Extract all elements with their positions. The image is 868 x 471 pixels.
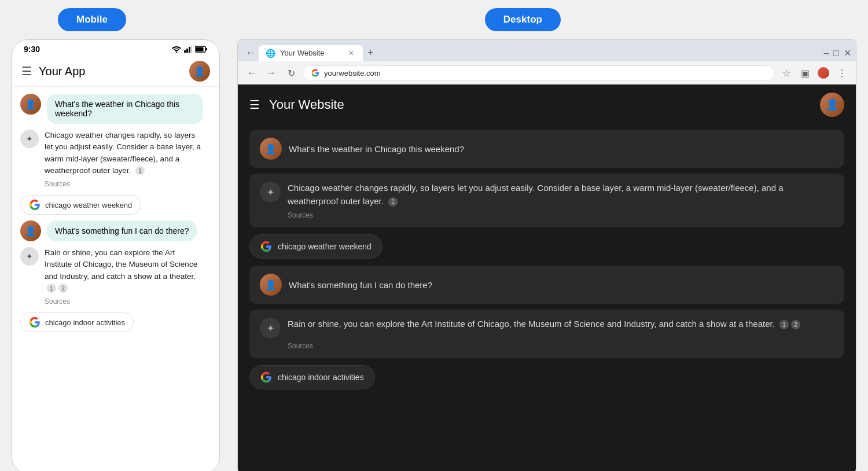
desktop-button[interactable]: Desktop bbox=[485, 8, 561, 31]
mobile-user-avatar[interactable]: 👤 bbox=[189, 61, 210, 82]
mobile-search-row-2: chicago indoor activities bbox=[20, 312, 211, 332]
desktop-user-message-2: 👤 What's something fun I can do there? bbox=[249, 266, 844, 304]
google-logo-1 bbox=[29, 199, 41, 211]
desktop-browser-frame: ← 🌐 Your Website ✕ + – □ ✕ ← bbox=[237, 39, 856, 471]
mode-selector: Mobile Desktop bbox=[0, 0, 868, 39]
mobile-ai-message-2: ✦ Rain or shine, you can explore the Art… bbox=[20, 247, 211, 307]
desktop-ai-icon-1: ✦ bbox=[260, 182, 281, 203]
menu-dots-button[interactable]: ⋮ bbox=[834, 65, 850, 81]
desktop-user-text-1: What's the weather in Chicago this weeke… bbox=[289, 144, 464, 154]
mobile-phone-frame: 9:30 bbox=[12, 39, 220, 471]
desktop-content-area: ☰ Your Website 👤 👤 What's the weather in… bbox=[238, 84, 856, 471]
desktop-user-avatar-1: 👤 bbox=[260, 138, 282, 160]
source-badge-2b: 2 bbox=[58, 284, 68, 293]
status-time: 9:30 bbox=[24, 45, 40, 54]
mobile-google-pill-1[interactable]: chicago weather weekend bbox=[20, 195, 141, 215]
mobile-search-query-1: chicago weather weekend bbox=[45, 201, 132, 209]
google-logo-2 bbox=[29, 317, 41, 328]
desktop-user-avatar[interactable]: 👤 bbox=[820, 93, 844, 117]
desktop-ai-icon-2: ✦ bbox=[260, 318, 281, 338]
mobile-user-avatar-2: 👤 bbox=[20, 220, 41, 241]
tab-close-button[interactable]: ✕ bbox=[347, 49, 356, 58]
sources-label-2: Sources bbox=[45, 296, 201, 307]
status-bar: 9:30 bbox=[12, 40, 219, 56]
mobile-search-query-2: chicago indoor activities bbox=[45, 318, 125, 327]
desktop-google-pill-2[interactable]: chicago indoor activities bbox=[249, 365, 375, 389]
wifi-icon bbox=[172, 46, 181, 53]
browser-back-button[interactable]: ← bbox=[242, 45, 259, 61]
mobile-user-message-2: 👤 What's something fun I can do there? bbox=[20, 220, 211, 241]
source-badge-1: 1 bbox=[135, 166, 145, 175]
desktop-source-badge-2a: 1 bbox=[779, 320, 789, 329]
svg-rect-2 bbox=[186, 49, 188, 53]
mobile-menu-icon[interactable]: ☰ bbox=[21, 64, 32, 78]
nav-forward-button[interactable]: → bbox=[263, 65, 279, 81]
mobile-user-bubble-1: What's the weather in Chicago this weeke… bbox=[47, 94, 203, 124]
desktop-google-pill-1[interactable]: chicago weather weekend bbox=[249, 234, 382, 259]
signal-icon bbox=[184, 46, 192, 53]
browser-actions: ☆ ▣ ⋮ bbox=[778, 65, 850, 81]
window-controls: – □ ✕ bbox=[823, 47, 851, 58]
mobile-user-bubble-2: What's something fun I can do there? bbox=[47, 220, 197, 241]
minimize-button[interactable]: – bbox=[823, 48, 829, 58]
mobile-button[interactable]: Mobile bbox=[58, 8, 126, 31]
close-window-button[interactable]: ✕ bbox=[844, 47, 851, 58]
profile-button[interactable] bbox=[815, 65, 832, 81]
mobile-user-avatar-1: 👤 bbox=[20, 94, 41, 115]
desktop-sources-1: Sources bbox=[260, 211, 834, 219]
desktop-site-title: Your Website bbox=[269, 97, 811, 112]
nav-refresh-button[interactable]: ↻ bbox=[283, 65, 299, 81]
svg-rect-3 bbox=[189, 47, 190, 53]
desktop-sources-2: Sources bbox=[260, 342, 834, 350]
tab-title: Your Website bbox=[280, 49, 325, 57]
desktop-menu-icon[interactable]: ☰ bbox=[249, 98, 260, 112]
mobile-ai-bubble-2: Rain or shine, you can explore the Art I… bbox=[45, 247, 201, 307]
desktop-ai-text-1: Chicago weather changes rapidly, so laye… bbox=[288, 182, 834, 208]
address-bar[interactable]: yourwebsite.com bbox=[303, 65, 775, 81]
desktop-site-header: ☰ Your Website 👤 bbox=[238, 84, 856, 125]
browser-tab-row: ← 🌐 Your Website ✕ + – □ ✕ bbox=[238, 40, 856, 61]
svg-rect-1 bbox=[184, 50, 186, 53]
main-layout: 9:30 bbox=[0, 39, 868, 471]
maximize-button[interactable]: □ bbox=[833, 48, 839, 58]
status-icons bbox=[172, 46, 208, 53]
bookmark-button[interactable]: ☆ bbox=[778, 65, 795, 81]
mobile-google-pill-2[interactable]: chicago indoor activities bbox=[20, 312, 134, 332]
new-tab-button[interactable]: + bbox=[363, 45, 378, 61]
svg-rect-4 bbox=[191, 46, 192, 53]
nav-back-button[interactable]: ← bbox=[244, 65, 260, 81]
extension-button[interactable]: ▣ bbox=[797, 65, 813, 81]
desktop-ai-message-1: ✦ Chicago weather changes rapidly, so la… bbox=[249, 174, 844, 227]
desktop-user-message-1: 👤 What's the weather in Chicago this wee… bbox=[249, 130, 844, 168]
desktop-ai-message-2: ✦ Rain or shine, you can explore the Art… bbox=[249, 310, 844, 358]
desktop-source-badge-1: 1 bbox=[388, 197, 398, 207]
desktop-search-query-1: chicago weather weekend bbox=[278, 242, 372, 251]
desktop-search-query-2: chicago indoor activities bbox=[278, 373, 364, 382]
google-favicon-address bbox=[311, 69, 319, 77]
mobile-ai-message-1: ✦ Chicago weather changes rapidly, so la… bbox=[20, 130, 211, 189]
desktop-source-badge-2b: 2 bbox=[791, 320, 800, 329]
svg-point-0 bbox=[176, 51, 177, 53]
phone-app-header: ☰ Your App 👤 bbox=[12, 56, 219, 87]
desktop-user-text-2: What's something fun I can do there? bbox=[289, 280, 432, 290]
mobile-chat-area[interactable]: 👤 What's the weather in Chicago this wee… bbox=[12, 87, 219, 471]
battery-icon bbox=[195, 46, 208, 53]
svg-rect-6 bbox=[206, 48, 208, 50]
desktop-ai-top-1: ✦ Chicago weather changes rapidly, so la… bbox=[260, 182, 834, 208]
desktop-google-logo-2 bbox=[260, 371, 272, 383]
mobile-ai-icon-2: ✦ bbox=[20, 247, 39, 266]
mobile-ai-bubble-1: Chicago weather changes rapidly, so laye… bbox=[45, 130, 201, 189]
mobile-ai-icon-1: ✦ bbox=[20, 130, 39, 148]
desktop-user-avatar-2: 👤 bbox=[260, 274, 282, 296]
desktop-ai-text-2: Rain or shine, you can explore the Art I… bbox=[288, 318, 800, 331]
browser-tab-active[interactable]: 🌐 Your Website ✕ bbox=[259, 45, 363, 61]
tab-favicon: 🌐 bbox=[266, 49, 275, 58]
address-url: yourwebsite.com bbox=[324, 69, 381, 78]
svg-rect-7 bbox=[196, 47, 204, 51]
desktop-chat-area: 👤 What's the weather in Chicago this wee… bbox=[238, 125, 856, 471]
mobile-user-message-1: 👤 What's the weather in Chicago this wee… bbox=[20, 94, 211, 124]
desktop-ai-top-2: ✦ Rain or shine, you can explore the Art… bbox=[260, 318, 834, 338]
mobile-app-title: Your App bbox=[39, 65, 189, 78]
sources-label-1: Sources bbox=[45, 179, 201, 189]
browser-nav-bar: ← → ↻ yourwebsite.com ☆ ▣ bbox=[238, 61, 856, 84]
